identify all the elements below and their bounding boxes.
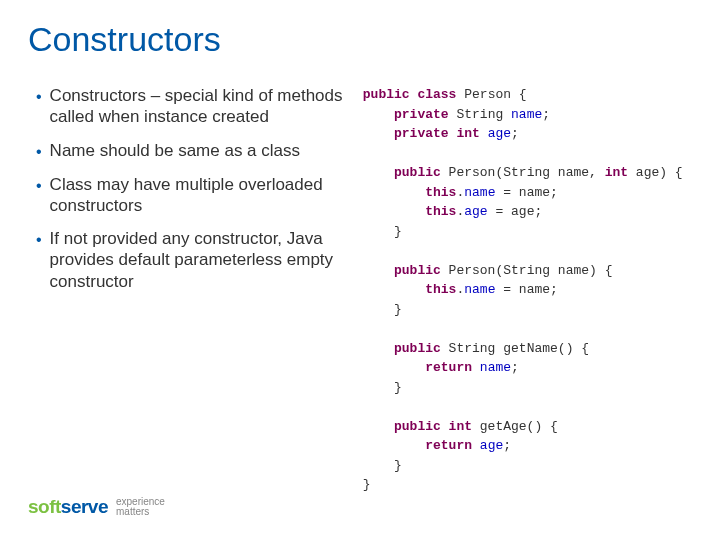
code-block: public class Person { private String nam… (353, 85, 720, 480)
bullet-dot-icon: • (36, 230, 42, 250)
logo-tagline: experiencematters (116, 497, 165, 517)
bullet-text: Name should be same as a class (50, 140, 300, 161)
bullet-text: If not provided any constructor, Java pr… (50, 228, 343, 292)
bullet-item: • Constructors – special kind of methods… (36, 85, 343, 128)
slide-content: • Constructors – special kind of methods… (0, 85, 720, 480)
logo-part1: soft (28, 496, 61, 517)
logo-part2: serve (61, 496, 108, 517)
bullet-text: Class may have multiple overloaded const… (50, 174, 343, 217)
bullet-list: • Constructors – special kind of methods… (0, 85, 353, 480)
bullet-text: Constructors – special kind of methods c… (50, 85, 343, 128)
slide-title: Constructors (28, 20, 221, 59)
logo: softserve experiencematters (28, 496, 165, 518)
bullet-item: • If not provided any constructor, Java … (36, 228, 343, 292)
bullet-dot-icon: • (36, 87, 42, 107)
bullet-dot-icon: • (36, 142, 42, 162)
bullet-item: • Class may have multiple overloaded con… (36, 174, 343, 217)
bullet-item: • Name should be same as a class (36, 140, 343, 162)
bullet-dot-icon: • (36, 176, 42, 196)
code-pre: public class Person { private String nam… (363, 85, 700, 495)
